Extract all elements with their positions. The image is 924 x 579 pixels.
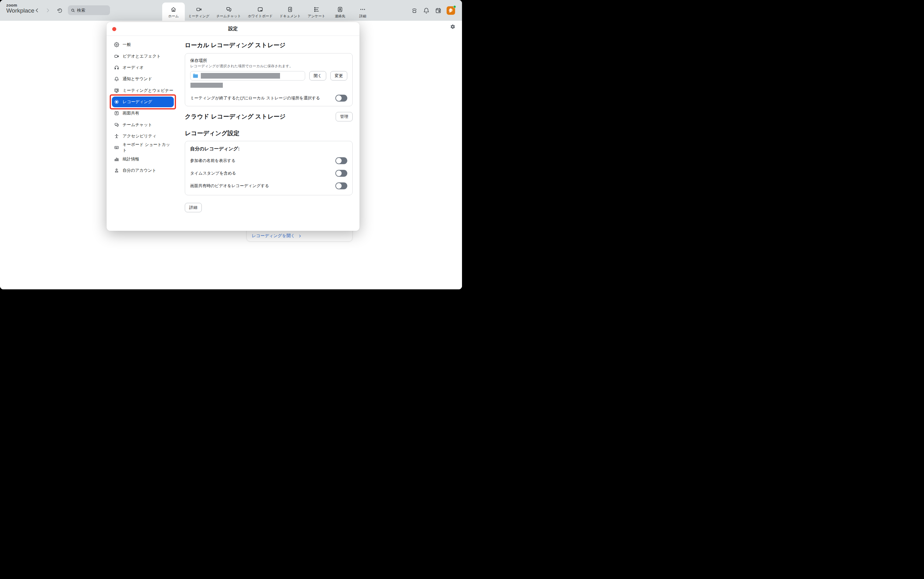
redacted-storage-info bbox=[191, 83, 223, 88]
sidebar-item-label: 自分のアカウント bbox=[122, 168, 156, 173]
sidebar-item-notifications-sounds[interactable]: 通知とサウンド bbox=[112, 73, 174, 85]
survey-icon bbox=[313, 6, 319, 13]
connect-device-button[interactable] bbox=[411, 7, 418, 14]
dialog-title: 設定 bbox=[228, 26, 238, 32]
sidebar-item-label: レコーディング bbox=[122, 99, 152, 105]
sidebar-item-screen-share[interactable]: 画面共有 bbox=[112, 108, 174, 119]
accessibility-icon bbox=[114, 134, 119, 139]
my-recordings-card: 自分のレコーディング: 参加者の名前を表示する タイムスタンプを含める 画面共有… bbox=[185, 141, 353, 195]
sidebar-item-team-chat[interactable]: チームチャット bbox=[112, 119, 174, 130]
my-recordings-label: 自分のレコーディング: bbox=[190, 146, 347, 152]
sidebar-item-label: ミーティングとウェビナー bbox=[122, 88, 173, 93]
tab-label: ホーム bbox=[168, 14, 179, 18]
redacted-path-text bbox=[201, 73, 280, 79]
sidebar-item-accessibility[interactable]: アクセシビリティ bbox=[112, 131, 174, 142]
tab-label: アンケート bbox=[308, 14, 325, 18]
back-button[interactable] bbox=[33, 6, 41, 15]
advanced-button[interactable]: 詳細 bbox=[185, 203, 202, 212]
sidebar-item-label: 画面共有 bbox=[122, 110, 139, 116]
show-participant-names-label: 参加者の名前を表示する bbox=[190, 158, 235, 164]
change-location-button[interactable]: 変更 bbox=[330, 71, 347, 80]
forward-button[interactable] bbox=[43, 6, 52, 15]
sidebar-item-audio[interactable]: オーディオ bbox=[112, 62, 174, 73]
settings-dialog: 設定 一般 ビデオとエフェクト bbox=[106, 22, 360, 231]
cloud-storage-heading: クラウド レコーディング ストレージ bbox=[185, 113, 286, 121]
tab-label: 詳細 bbox=[359, 14, 366, 18]
calendar-icon bbox=[435, 7, 442, 14]
history-button[interactable] bbox=[55, 6, 64, 15]
search-input[interactable] bbox=[77, 8, 107, 13]
recording-settings-heading: レコーディング設定 bbox=[185, 129, 353, 137]
search-box[interactable] bbox=[68, 5, 110, 15]
sidebar-item-label: ビデオとエフェクト bbox=[122, 54, 161, 59]
tab-home[interactable]: ホーム bbox=[162, 3, 185, 21]
contacts-icon bbox=[337, 6, 343, 13]
sidebar-item-keyboard-shortcuts[interactable]: キーボード ショートカット bbox=[112, 142, 174, 153]
choose-location-each-meeting-toggle[interactable] bbox=[335, 95, 347, 101]
settings-sidebar: 一般 ビデオとエフェクト オーディオ 通知とサウンド bbox=[106, 36, 179, 231]
rooms-device-icon bbox=[411, 7, 418, 14]
tab-docs[interactable]: ドキュメント bbox=[276, 0, 304, 21]
local-storage-heading: ローカル レコーディング ストレージ bbox=[185, 41, 353, 49]
document-icon bbox=[287, 6, 293, 13]
monitor-grid-icon bbox=[114, 88, 119, 93]
sidebar-item-label: 通知とサウンド bbox=[122, 76, 152, 82]
sidebar-item-label: オーディオ bbox=[122, 65, 143, 70]
record-icon bbox=[114, 100, 119, 105]
chat-bubbles-icon bbox=[114, 122, 119, 128]
include-timestamp-label: タイムスタンプを含める bbox=[190, 170, 236, 176]
tab-label: チームチャット bbox=[216, 14, 241, 18]
sidebar-item-recording[interactable]: レコーディング bbox=[112, 96, 174, 107]
history-icon bbox=[57, 8, 62, 13]
manage-cloud-storage-button[interactable]: 管理 bbox=[336, 112, 353, 121]
tab-label: ドキュメント bbox=[279, 14, 301, 18]
search-icon bbox=[71, 8, 75, 13]
avatar[interactable]: 参 bbox=[447, 6, 455, 15]
open-recordings-link[interactable]: レコーディングを開く bbox=[252, 233, 302, 239]
chevron-right-icon bbox=[45, 8, 50, 13]
folder-icon bbox=[193, 73, 198, 79]
bar-chart-icon bbox=[114, 157, 119, 162]
bell-icon bbox=[114, 77, 119, 82]
logo-workplace: Workplace bbox=[6, 8, 34, 14]
gear-icon bbox=[114, 42, 119, 47]
tab-contacts[interactable]: 連絡先 bbox=[329, 0, 351, 21]
topbar-right-controls: 参 bbox=[411, 0, 455, 21]
include-timestamp-toggle[interactable] bbox=[335, 170, 347, 177]
notifications-button[interactable] bbox=[423, 7, 430, 14]
recording-path-field[interactable] bbox=[190, 71, 305, 80]
tab-team-chat[interactable]: チームチャット bbox=[213, 0, 244, 21]
tab-whiteboard[interactable]: ホワイトボード bbox=[244, 0, 276, 21]
tab-meetings[interactable]: ミーティング bbox=[185, 0, 213, 21]
logo-zoom: zoom bbox=[6, 3, 34, 8]
save-location-description: レコーディングが選択された場所でローカルに保存されます。 bbox=[190, 64, 347, 69]
sidebar-item-my-account[interactable]: 自分のアカウント bbox=[112, 165, 174, 176]
page-settings-button[interactable] bbox=[450, 24, 455, 31]
open-location-button[interactable]: 開く bbox=[309, 71, 326, 80]
sidebar-item-general[interactable]: 一般 bbox=[112, 39, 174, 50]
sidebar-item-label: アクセシビリティ bbox=[122, 133, 156, 139]
top-bar: zoom Workplace ホーム ミーティング bbox=[0, 0, 462, 21]
close-button[interactable] bbox=[112, 27, 116, 31]
record-video-during-share-toggle[interactable] bbox=[335, 182, 347, 189]
whiteboard-icon bbox=[257, 6, 263, 13]
sidebar-item-statistics[interactable]: 統計情報 bbox=[112, 154, 174, 165]
choose-location-each-meeting-label: ミーティングが終了するたびにローカル ストレージの場所を選択する bbox=[190, 95, 320, 101]
calendar-button[interactable] bbox=[435, 7, 442, 14]
open-recordings-label: レコーディングを開く bbox=[252, 233, 295, 239]
main-tab-bar: ホーム ミーティング チームチャット ホワイトボード ドキュメント アンケート bbox=[162, 0, 374, 21]
show-participant-names-toggle[interactable] bbox=[335, 157, 347, 164]
sidebar-item-label: 一般 bbox=[122, 42, 131, 47]
avatar-initial: 参 bbox=[449, 8, 453, 13]
sidebar-item-video-effects[interactable]: ビデオとエフェクト bbox=[112, 50, 174, 62]
ellipsis-icon bbox=[360, 6, 366, 13]
tab-more[interactable]: 詳細 bbox=[351, 0, 374, 21]
chevron-right-icon bbox=[298, 234, 302, 238]
video-camera-icon bbox=[114, 54, 119, 59]
save-location-label: 保存場所 bbox=[190, 58, 347, 64]
keyboard-icon bbox=[114, 145, 119, 150]
zoom-workplace-logo: zoom Workplace bbox=[6, 3, 34, 14]
tab-surveys[interactable]: アンケート bbox=[304, 0, 329, 21]
recording-settings-panel: ローカル レコーディング ストレージ 保存場所 レコーディングが選択された場所で… bbox=[179, 36, 360, 231]
sidebar-item-meetings-webinars[interactable]: ミーティングとウェビナー bbox=[112, 85, 174, 96]
